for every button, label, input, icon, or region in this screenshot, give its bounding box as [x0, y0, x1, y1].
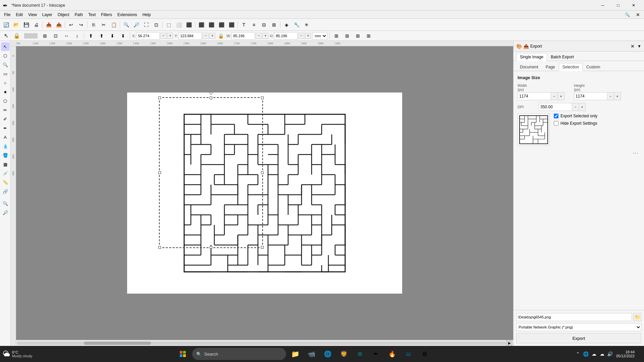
- dpi-input[interactable]: [539, 103, 572, 111]
- width-input[interactable]: [518, 92, 551, 100]
- rect-tool-btn[interactable]: ▭: [1, 69, 10, 78]
- taskbar-arduino-icon[interactable]: ⚙: [353, 347, 367, 361]
- fill-tool-btn[interactable]: 🪣: [1, 151, 10, 160]
- align-left-button[interactable]: ⬛: [197, 20, 206, 29]
- lock-position[interactable]: 🔒: [12, 31, 21, 41]
- menu-file[interactable]: File: [1, 12, 13, 18]
- circle-tool-btn[interactable]: ○: [1, 78, 10, 87]
- select-tool-btn[interactable]: ↖: [1, 42, 10, 51]
- minimize-button[interactable]: ─: [595, 0, 610, 11]
- align-tool-button[interactable]: ≡: [249, 20, 259, 29]
- dpi-inc-btn[interactable]: +: [579, 103, 586, 111]
- zoom-out-canvas[interactable]: 🔎: [1, 208, 10, 217]
- width-dec-btn[interactable]: −: [551, 92, 558, 100]
- zoom-page-button[interactable]: ⊡: [152, 20, 161, 29]
- transform-tool-2[interactable]: ⊞: [342, 31, 352, 41]
- tray-up-icon[interactable]: ⌃: [575, 351, 581, 357]
- align-top-button[interactable]: ⬛: [227, 20, 236, 29]
- h-input[interactable]: [274, 32, 298, 40]
- group-button[interactable]: ⬛: [184, 20, 194, 29]
- export-button[interactable]: 📤: [54, 20, 63, 29]
- save-button[interactable]: 💾: [21, 20, 31, 29]
- transform-tool-4[interactable]: ⊞: [364, 31, 373, 41]
- tab-selection[interactable]: Selection: [559, 63, 583, 71]
- tab-custom[interactable]: Custom: [583, 63, 604, 71]
- tab-single-image[interactable]: Single Image: [516, 53, 547, 61]
- zoom-tool-btn[interactable]: 🔍: [1, 60, 10, 69]
- export-selected-checkbox[interactable]: [554, 114, 558, 118]
- close-button[interactable]: ✕: [626, 0, 641, 11]
- x-inc-button[interactable]: +: [167, 33, 173, 39]
- node-button[interactable]: ◈: [282, 20, 291, 29]
- transform-btn[interactable]: ⊡: [51, 31, 60, 41]
- taskbar-flame-icon[interactable]: 🔥: [385, 347, 399, 361]
- collapse-panel-icon[interactable]: ▼: [637, 44, 641, 49]
- scroll-right-btn[interactable]: ▶: [506, 340, 513, 346]
- zoom-out-button[interactable]: 🔎: [131, 20, 141, 29]
- menu-edit[interactable]: Edit: [13, 12, 25, 18]
- toolbar-settings-icon[interactable]: ✕: [633, 10, 643, 19]
- start-button[interactable]: [176, 347, 190, 361]
- system-clock[interactable]: 18:44 05/12/2022: [616, 350, 635, 358]
- undo-button[interactable]: ↩: [66, 20, 76, 29]
- measure-tool-btn[interactable]: 📏: [1, 178, 10, 187]
- align-center-tool[interactable]: ⬆: [97, 31, 106, 41]
- tab-page[interactable]: Page: [542, 63, 559, 71]
- dpi-dec-btn[interactable]: −: [572, 103, 579, 111]
- node-tool-btn[interactable]: ⬡: [1, 51, 10, 60]
- w-inc-button[interactable]: +: [262, 33, 268, 39]
- menu-path[interactable]: Path: [72, 12, 86, 18]
- menu-layer[interactable]: Layer: [40, 12, 55, 18]
- hide-settings-checkbox[interactable]: [554, 121, 558, 126]
- notification-area[interactable]: [637, 346, 639, 362]
- text-tool-button[interactable]: T: [239, 20, 249, 29]
- scroll-track[interactable]: [17, 342, 506, 345]
- width-inc-btn[interactable]: +: [558, 92, 565, 100]
- tray-cloud-icon[interactable]: ☁: [591, 351, 597, 357]
- maximize-button[interactable]: □: [610, 0, 626, 11]
- menu-text[interactable]: Text: [86, 12, 98, 18]
- toolbar-zoom-icon[interactable]: 🔍: [623, 10, 632, 19]
- x-dec-button[interactable]: −: [160, 33, 166, 39]
- snap-button[interactable]: 🔧: [292, 20, 301, 29]
- taskbar-monitor-icon[interactable]: 🖥: [418, 347, 431, 361]
- pen-tool-btn[interactable]: ✏: [1, 106, 10, 114]
- select-tool[interactable]: ↖: [1, 31, 11, 41]
- more-options-icon[interactable]: ⋮: [631, 149, 640, 157]
- path-button[interactable]: ✳: [302, 20, 311, 29]
- taskbar-vs-icon[interactable]: 🗂: [401, 347, 415, 361]
- tray-network-icon[interactable]: 🌐: [583, 351, 589, 357]
- pencil-tool-btn[interactable]: ✐: [1, 115, 10, 123]
- flip-v-btn[interactable]: ↕: [72, 31, 82, 41]
- star-tool-btn[interactable]: ★: [1, 87, 10, 96]
- align-center-button[interactable]: ⬛: [207, 20, 216, 29]
- filetype-select[interactable]: Portable Network Graphic (*.png): [516, 323, 641, 331]
- taskbar-brave-icon[interactable]: 🦁: [337, 347, 351, 361]
- taskbar-inkscape-icon[interactable]: ✒: [369, 347, 383, 361]
- deselect-button[interactable]: ⬜: [174, 20, 183, 29]
- scroll-thumb[interactable]: [84, 342, 151, 345]
- search-bar[interactable]: 🔍 Search: [192, 348, 286, 360]
- connector-tool-btn[interactable]: 🔗: [1, 187, 10, 196]
- w-input[interactable]: [231, 32, 255, 40]
- tray-onedrive-icon[interactable]: ☁: [599, 351, 605, 357]
- taskbar-explorer-icon[interactable]: 📁: [289, 347, 302, 361]
- new-button[interactable]: 🔄: [1, 20, 11, 29]
- select-all-button[interactable]: ⬚: [164, 20, 173, 29]
- transform-tool-3[interactable]: ⊞: [353, 31, 363, 41]
- export-button[interactable]: Export: [516, 333, 641, 343]
- browse-button[interactable]: 📁: [633, 313, 641, 321]
- paste-button[interactable]: 📋: [109, 20, 118, 29]
- menu-view[interactable]: View: [25, 12, 40, 18]
- flip-h-btn[interactable]: ↔: [62, 31, 71, 41]
- menu-extensions[interactable]: Extensions: [115, 12, 140, 18]
- y-dec-button[interactable]: −: [203, 33, 209, 39]
- zoom-in-canvas[interactable]: 🔍: [1, 199, 10, 208]
- taskbar-teams-icon[interactable]: 📹: [305, 347, 318, 361]
- height-input[interactable]: [574, 92, 607, 100]
- transform-tool-1[interactable]: ⊞: [332, 31, 341, 41]
- import-button[interactable]: 📥: [44, 20, 53, 29]
- unit-select[interactable]: mm px cm in: [312, 32, 327, 40]
- eyedrop-tool-btn[interactable]: 💉: [1, 169, 10, 178]
- height-inc-btn[interactable]: +: [614, 92, 621, 100]
